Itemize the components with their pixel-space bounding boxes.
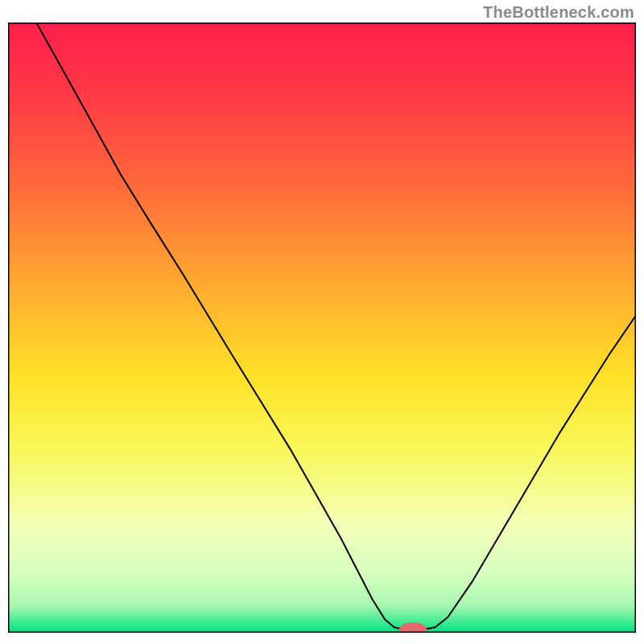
bottleneck-chart [8,23,636,633]
chart-frame [8,23,636,633]
gradient-background [8,23,636,633]
watermark-text: TheBottleneck.com [483,3,634,22]
